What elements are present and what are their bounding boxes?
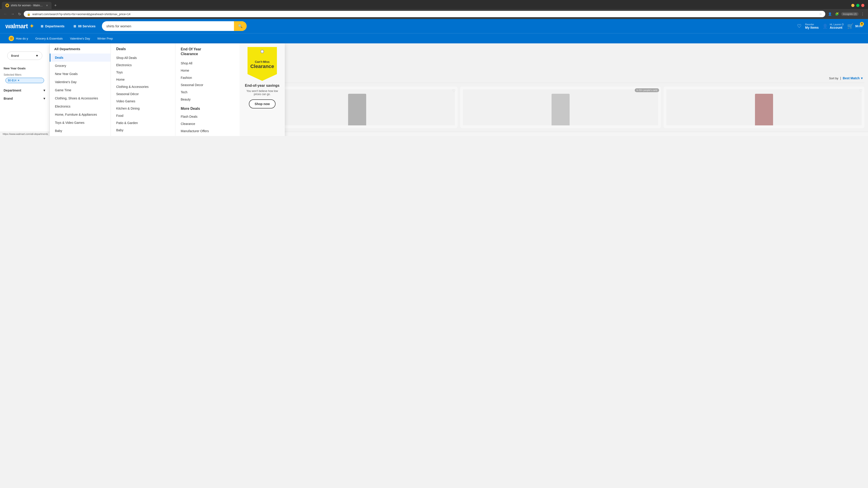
price-filter-chip[interactable]: $0-$14 × <box>5 78 44 83</box>
sidebar: Brand ▼ New Year Goals Selected filters … <box>0 43 50 132</box>
departments-button[interactable]: ⊞ Departments <box>38 23 67 30</box>
deals-item-food[interactable]: Food <box>116 112 170 119</box>
grid-icon: ⊞ <box>41 24 43 28</box>
chrome-menu-button[interactable]: ⋮ <box>860 11 865 17</box>
eoy-item-flash-deals[interactable]: Flash Deals <box>181 113 235 120</box>
brand-filter-toggle[interactable]: Brand ▼ <box>4 97 46 100</box>
eoy-item-fashion[interactable]: Fashion <box>181 74 235 81</box>
services-grid-icon: ⊞ <box>73 24 76 28</box>
dept-item-deals[interactable]: Deals <box>50 54 111 62</box>
dept-item-toys[interactable]: Toys & Video Games <box>50 119 111 127</box>
walmart-logo[interactable]: walmart ✦ <box>5 22 34 30</box>
services-label: 88 Services <box>78 24 95 28</box>
shop-now-button[interactable]: Shop now <box>249 99 276 108</box>
dept-item-home[interactable]: Home, Furniture & Appliances <box>50 110 111 119</box>
eoy-item-beauty[interactable]: Beauty <box>181 96 235 103</box>
refresh-button[interactable]: ↻ <box>17 11 22 17</box>
deals-item-patio[interactable]: Patio & Garden <box>116 119 170 127</box>
minimize-button[interactable]: − <box>851 4 855 7</box>
wishlist-action[interactable]: ♡ <box>797 23 802 29</box>
dept-item-new-year-goals[interactable]: New Year Goals <box>50 70 111 78</box>
reorder-label: Reorder <box>805 23 819 26</box>
dept-item-valentines[interactable]: Valentine's Day <box>50 78 111 86</box>
forward-button[interactable]: → <box>10 11 16 17</box>
deals-column: Deals Shop All Deals Electronics Toys Ho… <box>111 43 176 136</box>
deals-item-video-games[interactable]: Video Games <box>116 98 170 105</box>
dept-item-baby[interactable]: Baby <box>50 127 111 135</box>
active-tab[interactable]: W shirts for women - Walmart.co... × <box>2 2 52 9</box>
heart-icon: ♡ <box>797 23 802 29</box>
department-label: Department <box>4 89 21 92</box>
dept-label-grocery: Grocery <box>55 64 66 68</box>
profile-icon[interactable]: 👤 <box>827 11 833 17</box>
dept-label-baby: Baby <box>55 129 62 133</box>
how-do-you-icon: ☑ <box>8 36 14 41</box>
sidebar-brand-filter: Brand ▼ <box>0 47 50 64</box>
window-controls: − ⬜ × <box>849 3 866 8</box>
department-section: Department ▼ <box>0 85 50 93</box>
brand-label: Brand <box>11 54 19 57</box>
reorder-action[interactable]: Reorder My Items <box>805 23 819 29</box>
how-do-you-text: How do y <box>16 37 28 40</box>
eoy-item-seasonal[interactable]: Seasonal Decor <box>181 81 235 89</box>
eoy-item-home[interactable]: Home <box>181 67 235 74</box>
dept-label-toys: Toys & Video Games <box>55 121 84 125</box>
price-filter-value: $0-$14 <box>8 79 16 82</box>
deals-item-seasonal[interactable]: Seasonal Décor <box>116 90 170 98</box>
account-label: Account <box>830 26 844 29</box>
close-tab-button[interactable]: × <box>46 4 48 7</box>
services-button[interactable]: ⊞ 88 Services <box>71 23 98 30</box>
address-text: walmart.com/search?q=shirts+for+women&ty… <box>32 12 817 16</box>
bookmark-icon[interactable]: ☆ <box>819 12 822 16</box>
dept-item-grocery[interactable]: Grocery <box>50 62 111 70</box>
dept-label-deals: Deals <box>55 56 63 59</box>
dept-label-valentines: Valentine's Day <box>55 80 76 84</box>
deals-item-shop-all[interactable]: Shop All Deals <box>116 54 170 61</box>
maximize-button[interactable]: ⬜ <box>856 4 860 7</box>
brand-section-chevron-icon: ▼ <box>43 97 46 100</box>
department-chevron-icon: ▼ <box>43 89 46 92</box>
dept-label-home: Home, Furniture & Appliances <box>55 113 97 116</box>
cart-icon: 🛒 <box>847 23 853 29</box>
status-url: https://www.walmart.com/all-departments <box>3 133 48 135</box>
department-filter-toggle[interactable]: Department ▼ <box>4 89 46 92</box>
remove-filter-icon[interactable]: × <box>18 79 19 82</box>
cart-action[interactable]: 🛒 0 $0.00 <box>847 23 863 29</box>
search-button[interactable]: 🔍 <box>234 21 247 31</box>
sub-nav-valentines[interactable]: Valentine's Day <box>67 35 93 42</box>
new-tab-button[interactable]: + <box>53 2 59 9</box>
promo-card: Can't-Miss Clearance End-of-year savings… <box>240 43 285 136</box>
deals-item-toys[interactable]: Toys <box>116 69 170 76</box>
eoy-item-clearance[interactable]: Clearance <box>181 120 235 127</box>
deals-item-baby[interactable]: Baby <box>116 127 170 134</box>
search-input[interactable] <box>102 22 234 31</box>
back-button[interactable]: ← <box>3 11 8 17</box>
dropdown-backdrop[interactable]: All Departments Deals Grocery New Year G… <box>50 43 868 132</box>
brand-section: Brand ▼ <box>0 93 50 101</box>
close-window-button[interactable]: × <box>861 4 864 7</box>
brand-filter-button[interactable]: Brand ▼ <box>7 52 42 60</box>
brand-chevron-icon: ▼ <box>35 54 38 57</box>
dept-label-new-year-goals: New Year Goals <box>55 72 78 76</box>
deals-item-electronics[interactable]: Electronics <box>116 61 170 69</box>
dept-item-game-time[interactable]: Game Time <box>50 86 111 94</box>
account-action[interactable]: 👤 Hi, Lauren D Account <box>822 23 844 29</box>
deals-item-kitchen[interactable]: Kitchen & Dining <box>116 105 170 112</box>
sub-nav-winter-prep[interactable]: Winter Prep <box>94 35 116 42</box>
eoy-item-tech[interactable]: Tech <box>181 89 235 96</box>
selected-filters-section: Selected filters $0-$14 × <box>0 72 50 85</box>
dept-item-clothing[interactable]: Clothing, Shoes & Accessories <box>50 94 111 102</box>
cant-miss-text: Can't-Miss <box>250 60 274 64</box>
sub-nav-grocery[interactable]: Grocery & Essentials <box>32 35 66 42</box>
dept-item-electronics[interactable]: Electronics <box>50 102 111 110</box>
deals-item-clothing[interactable]: Clothing & Accessories <box>116 83 170 90</box>
search-icon: 🔍 <box>238 24 243 28</box>
dept-item-kids[interactable]: Kids <box>50 135 111 136</box>
eoy-item-manufacturer[interactable]: Manufacturer Offers <box>181 127 235 135</box>
eoy-item-shop-all[interactable]: Shop All <box>181 60 235 67</box>
address-bar[interactable]: 🔒 walmart.com/search?q=shirts+for+women&… <box>24 11 825 17</box>
deals-item-home[interactable]: Home <box>116 76 170 83</box>
extensions-icon[interactable]: 🧩 <box>834 11 840 17</box>
new-year-goals-filter: New Year Goals <box>0 64 50 72</box>
departments-dropdown-menu: All Departments Deals Grocery New Year G… <box>50 43 285 136</box>
